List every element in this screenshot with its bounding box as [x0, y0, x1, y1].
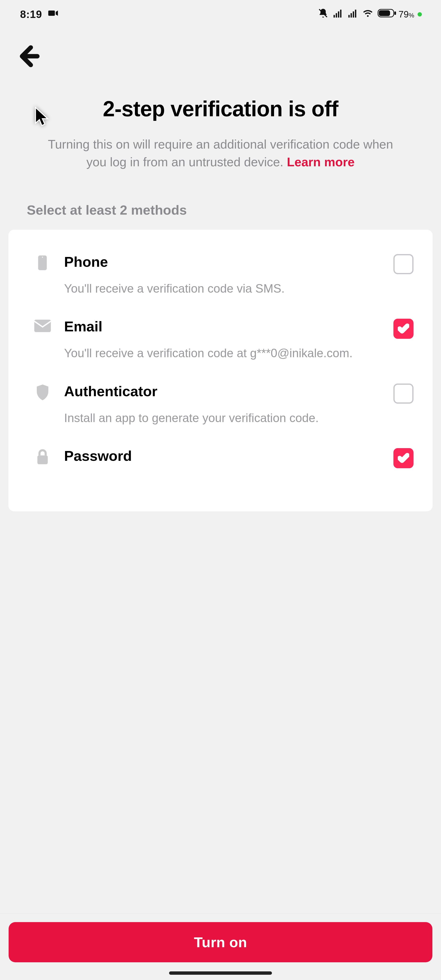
status-bar: 8:19 79%: [0, 0, 441, 29]
phone-icon: [32, 254, 52, 270]
method-title: Password: [64, 448, 377, 464]
vibrate-silent-icon: [318, 8, 328, 21]
mouse-cursor-icon: [33, 107, 50, 128]
learn-more-link[interactable]: Learn more: [287, 155, 355, 169]
method-title: Email: [64, 318, 377, 335]
svg-rect-15: [37, 455, 48, 465]
status-time: 8:19: [20, 8, 42, 20]
signal-bars-icon-2: [347, 8, 358, 21]
page-header: 2-step verification is off Turning this …: [0, 70, 441, 171]
method-row-email[interactable]: Email You'll receive a verification code…: [32, 297, 414, 361]
svg-rect-8: [355, 10, 356, 18]
method-title: Phone: [64, 254, 377, 270]
methods-card: Phone You'll receive a verification code…: [8, 230, 433, 512]
bottom-bar: Turn on: [0, 913, 441, 980]
home-indicator: [169, 971, 272, 975]
battery-icon: [378, 8, 397, 20]
envelope-icon: [32, 318, 52, 332]
method-desc: Install an app to generate your verifica…: [64, 410, 377, 426]
svg-rect-11: [394, 11, 396, 15]
signal-bars-icon-1: [333, 8, 343, 21]
section-label: Select at least 2 methods: [0, 171, 441, 230]
checkbox-authenticator[interactable]: [393, 383, 414, 404]
shield-icon: [32, 383, 52, 400]
checkbox-email[interactable]: [393, 319, 414, 339]
svg-rect-4: [340, 10, 341, 18]
svg-rect-6: [351, 13, 352, 18]
method-desc: You'll receive a verification code at g*…: [64, 345, 377, 361]
turn-on-button[interactable]: Turn on: [9, 922, 432, 962]
svg-point-13: [42, 257, 43, 258]
checkbox-password[interactable]: [393, 448, 414, 468]
checkbox-phone[interactable]: [393, 254, 414, 274]
svg-rect-5: [348, 15, 350, 18]
video-camera-icon: [48, 8, 58, 21]
page-subtitle: Turning this on will require an addition…: [29, 136, 412, 171]
method-row-phone[interactable]: Phone You'll receive a verification code…: [32, 232, 414, 297]
svg-rect-7: [353, 11, 354, 18]
page-title: 2-step verification is off: [57, 97, 384, 121]
wifi-icon: [362, 8, 373, 21]
status-left: 8:19: [20, 8, 58, 21]
svg-rect-14: [34, 320, 51, 332]
status-right: 79%: [318, 8, 422, 21]
method-title: Authenticator: [64, 383, 377, 399]
svg-rect-1: [333, 15, 335, 18]
recording-dot-icon: [417, 12, 422, 16]
svg-rect-2: [336, 13, 337, 18]
battery-percent: 79%: [399, 10, 414, 20]
method-row-password[interactable]: Password: [32, 426, 414, 468]
svg-rect-10: [379, 10, 390, 16]
back-button[interactable]: [14, 66, 41, 70]
svg-rect-3: [338, 11, 339, 18]
battery-indicator: 79%: [378, 8, 422, 20]
method-row-authenticator[interactable]: Authenticator Install an app to generate…: [32, 361, 414, 426]
lock-icon: [32, 448, 52, 465]
method-desc: You'll receive a verification code via S…: [64, 281, 377, 297]
